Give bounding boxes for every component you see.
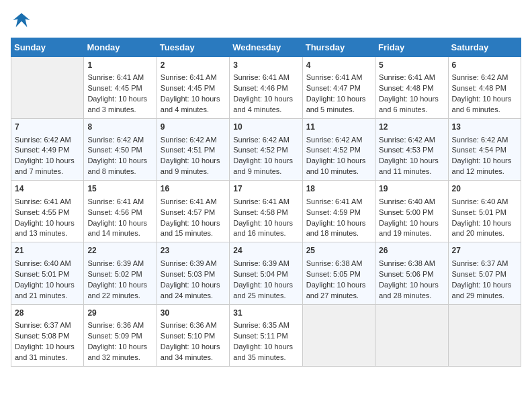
calendar-cell: 10Sunrise: 6:42 AMSunset: 4:52 PMDayligh… [230, 119, 302, 181]
day-number: 9 [161, 122, 226, 133]
col-header-tuesday: Tuesday [157, 38, 229, 57]
calendar-header-row: SundayMondayTuesdayWednesdayThursdayFrid… [11, 38, 521, 57]
calendar-week-row: 7Sunrise: 6:42 AMSunset: 4:49 PMDaylight… [11, 119, 521, 181]
day-info: Sunrise: 6:36 AMSunset: 5:09 PMDaylight:… [87, 321, 147, 361]
calendar-table: SundayMondayTuesdayWednesdayThursdayFrid… [11, 38, 521, 367]
day-number: 3 [233, 60, 298, 71]
day-number: 11 [306, 122, 371, 133]
day-info: Sunrise: 6:42 AMSunset: 4:50 PMDaylight:… [87, 136, 147, 176]
svg-marker-0 [13, 13, 30, 28]
day-info: Sunrise: 6:40 AMSunset: 5:01 PMDaylight:… [452, 197, 512, 238]
day-number: 14 [15, 183, 80, 195]
logo [11, 11, 31, 30]
calendar-cell: 12Sunrise: 6:42 AMSunset: 4:53 PMDayligh… [375, 119, 448, 181]
day-number: 26 [379, 245, 444, 257]
calendar-cell: 3Sunrise: 6:41 AMSunset: 4:46 PMDaylight… [230, 57, 302, 119]
day-info: Sunrise: 6:42 AMSunset: 4:52 PMDaylight:… [306, 136, 366, 176]
day-info: Sunrise: 6:40 AMSunset: 5:01 PMDaylight:… [15, 259, 75, 300]
day-info: Sunrise: 6:40 AMSunset: 5:00 PMDaylight:… [379, 197, 439, 238]
calendar-cell: 6Sunrise: 6:42 AMSunset: 4:48 PMDaylight… [448, 57, 521, 119]
calendar-cell [448, 304, 521, 366]
day-info: Sunrise: 6:36 AMSunset: 5:10 PMDaylight:… [161, 321, 220, 361]
day-info: Sunrise: 6:42 AMSunset: 4:48 PMDaylight:… [452, 73, 512, 113]
day-info: Sunrise: 6:39 AMSunset: 5:03 PMDaylight:… [161, 259, 220, 300]
day-info: Sunrise: 6:38 AMSunset: 5:06 PMDaylight:… [379, 259, 439, 300]
day-info: Sunrise: 6:42 AMSunset: 4:54 PMDaylight:… [452, 136, 512, 176]
day-info: Sunrise: 6:42 AMSunset: 4:51 PMDaylight:… [161, 136, 220, 176]
calendar-week-row: 1Sunrise: 6:41 AMSunset: 4:45 PMDaylight… [11, 57, 521, 119]
calendar-cell: 22Sunrise: 6:39 AMSunset: 5:02 PMDayligh… [84, 242, 157, 304]
calendar-cell: 18Sunrise: 6:41 AMSunset: 4:59 PMDayligh… [302, 181, 375, 242]
day-info: Sunrise: 6:41 AMSunset: 4:45 PMDaylight:… [87, 73, 147, 113]
calendar-cell: 11Sunrise: 6:42 AMSunset: 4:52 PMDayligh… [302, 119, 375, 181]
calendar-cell: 28Sunrise: 6:37 AMSunset: 5:08 PMDayligh… [11, 304, 84, 366]
day-number: 12 [379, 122, 444, 133]
day-number: 13 [452, 122, 517, 133]
day-info: Sunrise: 6:41 AMSunset: 4:45 PMDaylight:… [161, 73, 220, 113]
day-number: 23 [161, 245, 226, 257]
page-header [11, 11, 521, 30]
day-info: Sunrise: 6:41 AMSunset: 4:47 PMDaylight:… [306, 73, 366, 113]
day-number: 28 [15, 308, 80, 319]
calendar-cell: 26Sunrise: 6:38 AMSunset: 5:06 PMDayligh… [375, 242, 448, 304]
calendar-cell: 9Sunrise: 6:42 AMSunset: 4:51 PMDaylight… [157, 119, 229, 181]
calendar-cell: 2Sunrise: 6:41 AMSunset: 4:45 PMDaylight… [157, 57, 229, 119]
day-info: Sunrise: 6:42 AMSunset: 4:49 PMDaylight:… [15, 136, 75, 176]
day-info: Sunrise: 6:41 AMSunset: 4:56 PMDaylight:… [87, 197, 147, 238]
calendar-cell: 31Sunrise: 6:35 AMSunset: 5:11 PMDayligh… [230, 304, 302, 366]
col-header-friday: Friday [375, 38, 448, 57]
logo-bird-icon [12, 11, 31, 30]
day-info: Sunrise: 6:42 AMSunset: 4:53 PMDaylight:… [379, 136, 439, 176]
day-info: Sunrise: 6:41 AMSunset: 4:55 PMDaylight:… [15, 197, 75, 238]
day-info: Sunrise: 6:41 AMSunset: 4:57 PMDaylight:… [161, 197, 220, 238]
col-header-thursday: Thursday [302, 38, 375, 57]
calendar-week-row: 21Sunrise: 6:40 AMSunset: 5:01 PMDayligh… [11, 242, 521, 304]
calendar-cell [302, 304, 375, 366]
day-info: Sunrise: 6:37 AMSunset: 5:07 PMDaylight:… [452, 259, 512, 300]
calendar-cell: 1Sunrise: 6:41 AMSunset: 4:45 PMDaylight… [84, 57, 157, 119]
calendar-cell: 16Sunrise: 6:41 AMSunset: 4:57 PMDayligh… [157, 181, 229, 242]
day-info: Sunrise: 6:39 AMSunset: 5:04 PMDaylight:… [233, 259, 293, 300]
calendar-cell: 7Sunrise: 6:42 AMSunset: 4:49 PMDaylight… [11, 119, 84, 181]
calendar-cell: 13Sunrise: 6:42 AMSunset: 4:54 PMDayligh… [448, 119, 521, 181]
calendar-cell: 27Sunrise: 6:37 AMSunset: 5:07 PMDayligh… [448, 242, 521, 304]
calendar-cell: 14Sunrise: 6:41 AMSunset: 4:55 PMDayligh… [11, 181, 84, 242]
calendar-cell: 8Sunrise: 6:42 AMSunset: 4:50 PMDaylight… [84, 119, 157, 181]
day-number: 25 [306, 245, 371, 257]
day-info: Sunrise: 6:38 AMSunset: 5:05 PMDaylight:… [306, 259, 366, 300]
day-info: Sunrise: 6:41 AMSunset: 4:48 PMDaylight:… [379, 73, 439, 113]
logo-text [11, 11, 31, 30]
day-number: 29 [87, 308, 152, 319]
day-number: 17 [233, 183, 298, 195]
day-number: 6 [452, 60, 517, 71]
calendar-cell: 17Sunrise: 6:41 AMSunset: 4:58 PMDayligh… [230, 181, 302, 242]
day-number: 15 [87, 183, 152, 195]
calendar-cell: 19Sunrise: 6:40 AMSunset: 5:00 PMDayligh… [375, 181, 448, 242]
day-number: 19 [379, 183, 444, 195]
calendar-cell: 20Sunrise: 6:40 AMSunset: 5:01 PMDayligh… [448, 181, 521, 242]
day-number: 2 [161, 60, 226, 71]
day-number: 22 [87, 245, 152, 257]
day-info: Sunrise: 6:37 AMSunset: 5:08 PMDaylight:… [15, 321, 75, 361]
day-info: Sunrise: 6:41 AMSunset: 4:58 PMDaylight:… [233, 197, 293, 238]
calendar-cell: 15Sunrise: 6:41 AMSunset: 4:56 PMDayligh… [84, 181, 157, 242]
day-number: 30 [161, 308, 226, 319]
day-info: Sunrise: 6:35 AMSunset: 5:11 PMDaylight:… [233, 321, 293, 361]
col-header-wednesday: Wednesday [230, 38, 302, 57]
day-number: 20 [452, 183, 517, 195]
day-number: 24 [233, 245, 298, 257]
day-number: 4 [306, 60, 371, 71]
calendar-week-row: 28Sunrise: 6:37 AMSunset: 5:08 PMDayligh… [11, 304, 521, 366]
day-number: 18 [306, 183, 371, 195]
day-info: Sunrise: 6:42 AMSunset: 4:52 PMDaylight:… [233, 136, 293, 176]
day-number: 5 [379, 60, 444, 71]
day-number: 21 [15, 245, 80, 257]
day-info: Sunrise: 6:41 AMSunset: 4:59 PMDaylight:… [306, 197, 366, 238]
day-number: 7 [15, 122, 80, 133]
calendar-cell: 24Sunrise: 6:39 AMSunset: 5:04 PMDayligh… [230, 242, 302, 304]
day-number: 1 [87, 60, 152, 71]
col-header-saturday: Saturday [448, 38, 521, 57]
day-info: Sunrise: 6:39 AMSunset: 5:02 PMDaylight:… [87, 259, 147, 300]
day-number: 8 [87, 122, 152, 133]
day-info: Sunrise: 6:41 AMSunset: 4:46 PMDaylight:… [233, 73, 293, 113]
